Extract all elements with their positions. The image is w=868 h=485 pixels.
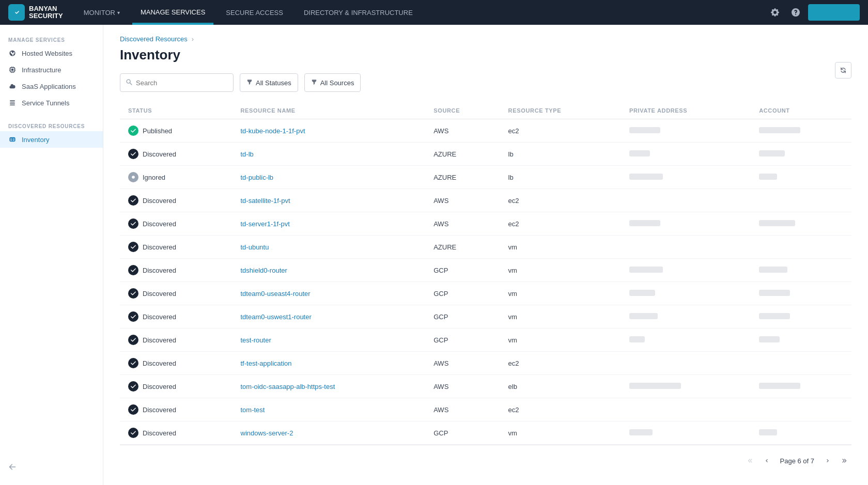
resource-link[interactable]: tdshield0-router — [241, 267, 287, 274]
table-row[interactable]: Discoveredtest-routerGCPvm — [120, 328, 851, 352]
resource-link[interactable]: tom-oidc-saasapp-alb-https-test — [241, 383, 335, 390]
table-icon — [8, 135, 17, 144]
nav-directory-infrastructure[interactable]: DIRECTORY & INFRASTRUCTURE — [296, 0, 421, 25]
resource-name-cell-12[interactable]: tom-test — [233, 398, 426, 421]
cloud-icon — [8, 82, 17, 90]
resource-link[interactable]: td-public-lb — [241, 174, 274, 181]
app-logo[interactable]: BANYAN SECURITY — [8, 4, 63, 21]
table-row[interactable]: Ignoredtd-public-lbAZURElb — [120, 166, 851, 189]
redacted-private — [629, 383, 681, 389]
resource-link[interactable]: td-kube-node-1-1f-pvt — [241, 127, 305, 135]
resource-name-cell-9[interactable]: test-router — [233, 328, 426, 352]
pagination-first-button[interactable] — [743, 453, 757, 468]
resource-link[interactable]: td-server1-1f-pvt — [241, 220, 290, 228]
nav-secure-access[interactable]: SECURE ACCESS — [218, 0, 291, 25]
resource-name-cell-10[interactable]: tf-test-application — [233, 352, 426, 375]
network-icon — [8, 66, 17, 74]
table-row[interactable]: Discoveredtf-test-applicationAWSec2 — [120, 352, 851, 375]
top-navigation: BANYAN SECURITY MONITOR ▾ MANAGE SERVICE… — [0, 0, 868, 25]
discovered-resources-section-label: DISCOVERED RESOURCES — [0, 119, 103, 131]
resource-name-cell-8[interactable]: tdteam0-uswest1-router — [233, 305, 426, 328]
status-cell-12: Discovered — [120, 398, 233, 421]
status-cell-5: Discovered — [120, 236, 233, 259]
nav-monitor[interactable]: MONITOR ▾ — [75, 0, 128, 25]
settings-icon[interactable] — [767, 4, 783, 21]
resource-name-cell-2[interactable]: td-public-lb — [233, 166, 426, 189]
table-row[interactable]: Discoveredtd-server1-1f-pvtAWSec2 — [120, 212, 851, 236]
resource-link[interactable]: tom-test — [241, 406, 265, 414]
refresh-button[interactable] — [835, 62, 851, 79]
redacted-account — [759, 290, 790, 296]
source-cell-2: AZURE — [425, 166, 500, 189]
private-address-cell-11 — [621, 375, 751, 398]
account-cell-13 — [751, 421, 851, 445]
redacted-account — [759, 429, 777, 435]
nav-manage-services[interactable]: MANAGE SERVICES — [132, 0, 213, 25]
table-row[interactable]: Discoveredtdteam0-uswest1-routerGCPvm — [120, 305, 851, 328]
sidebar-item-hosted-websites[interactable]: Hosted Websites — [0, 45, 103, 61]
pagination-last-button[interactable] — [837, 453, 851, 468]
sidebar-item-service-tunnels[interactable]: Service Tunnels — [0, 95, 103, 111]
help-icon[interactable] — [787, 4, 804, 21]
pagination-prev-button[interactable] — [760, 453, 774, 468]
resource-name-cell-0[interactable]: td-kube-node-1-1f-pvt — [233, 119, 426, 143]
source-cell-0: AWS — [425, 119, 500, 143]
sidebar-item-saas-applications[interactable]: SaaS Applications — [0, 78, 103, 95]
cta-button[interactable] — [808, 4, 860, 21]
table-row[interactable]: Publishedtd-kube-node-1-1f-pvtAWSec2 — [120, 119, 851, 143]
resource-link[interactable]: td-ubuntu — [241, 243, 269, 251]
resource-link[interactable]: td-satellite-1f-pvt — [241, 197, 290, 205]
table-row[interactable]: Discoveredtd-satellite-1f-pvtAWSec2 — [120, 189, 851, 212]
resource-name-cell-1[interactable]: td-lb — [233, 143, 426, 166]
table-row[interactable]: Discoveredtd-lbAZURElb — [120, 143, 851, 166]
private-address-cell-1 — [621, 143, 751, 166]
account-cell-11 — [751, 375, 851, 398]
redacted-private — [629, 290, 655, 296]
resource-name-cell-4[interactable]: td-server1-1f-pvt — [233, 212, 426, 236]
status-icon — [128, 265, 138, 275]
table-row[interactable]: Discoveredtom-oidc-saasapp-alb-https-tes… — [120, 375, 851, 398]
resource-name-cell-3[interactable]: td-satellite-1f-pvt — [233, 189, 426, 212]
resource-name-cell-5[interactable]: td-ubuntu — [233, 236, 426, 259]
breadcrumb-parent[interactable]: Discovered Resources — [120, 35, 188, 43]
source-cell-7: GCP — [425, 282, 500, 305]
sidebar-back-button[interactable] — [0, 459, 25, 477]
resource-name-cell-13[interactable]: windows-server-2 — [233, 421, 426, 445]
table-row[interactable]: Discoveredtd-ubuntuAZUREvm — [120, 236, 851, 259]
private-address-cell-8 — [621, 305, 751, 328]
pagination-next-button[interactable] — [820, 453, 835, 468]
resource-link[interactable]: tf-test-application — [241, 359, 292, 367]
resource-type-cell-1: lb — [500, 143, 621, 166]
search-input[interactable] — [136, 79, 228, 87]
resource-type-cell-10: ec2 — [500, 352, 621, 375]
col-header-resource_name: RESOURCE NAME — [233, 102, 426, 119]
table-row[interactable]: Discoveredtdteam0-useast4-routerGCPvm — [120, 282, 851, 305]
table-row[interactable]: Discoveredtdshield0-routerGCPvm — [120, 259, 851, 282]
table-row[interactable]: Discoveredwindows-server-2GCPvm — [120, 421, 851, 445]
status-cell-13: Discovered — [120, 421, 233, 445]
resource-link[interactable]: test-router — [241, 336, 271, 344]
resource-link[interactable]: windows-server-2 — [241, 429, 293, 437]
account-cell-12 — [751, 398, 851, 421]
resource-link[interactable]: tdteam0-useast4-router — [241, 290, 311, 298]
resource-name-cell-11[interactable]: tom-oidc-saasapp-alb-https-test — [233, 375, 426, 398]
all-statuses-filter[interactable]: All Statuses — [240, 73, 298, 92]
resource-name-cell-7[interactable]: tdteam0-useast4-router — [233, 282, 426, 305]
all-sources-filter[interactable]: All Sources — [304, 73, 361, 92]
resource-name-cell-6[interactable]: tdshield0-router — [233, 259, 426, 282]
main-content: Discovered Resources › Inventory — [103, 25, 868, 485]
resource-type-cell-7: vm — [500, 282, 621, 305]
resource-link[interactable]: tdteam0-uswest1-router — [241, 313, 312, 321]
search-box[interactable] — [120, 73, 234, 92]
sidebar-item-inventory[interactable]: Inventory — [0, 131, 103, 148]
table-row[interactable]: Discoveredtom-testAWSec2 — [120, 398, 851, 421]
resource-type-cell-4: ec2 — [500, 212, 621, 236]
svg-point-0 — [132, 176, 135, 179]
sidebar-item-infrastructure[interactable]: Infrastructure — [0, 61, 103, 78]
status-cell-11: Discovered — [120, 375, 233, 398]
resource-type-cell-9: vm — [500, 328, 621, 352]
status-cell-8: Discovered — [120, 305, 233, 328]
filters-row: All Statuses All Sources — [120, 73, 851, 92]
resource-link[interactable]: td-lb — [241, 150, 254, 158]
account-cell-6 — [751, 259, 851, 282]
